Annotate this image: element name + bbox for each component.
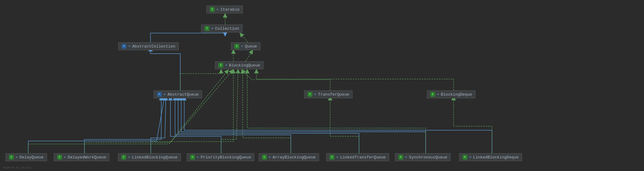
icon-delayedworkqueue: C — [57, 155, 62, 160]
label-collection: Collection — [215, 26, 239, 31]
icon-queue: I — [234, 44, 239, 49]
label-abstractcollection: AbstractCollection — [132, 44, 175, 49]
icon-arrayblockingqueue: C — [262, 155, 267, 160]
icon-abstractcollection: A — [122, 44, 127, 49]
icon-abstractqueue: A — [157, 92, 162, 97]
node-priorityblockingqueue[interactable]: C » PriorityBlockingQueue — [187, 153, 254, 161]
diagram-container: I » Iterable I » Collection A » Abstract… — [0, 0, 644, 171]
label-linkedblockingdeque: LinkedBlockingDeque — [473, 155, 519, 160]
label-delayedworkqueue: DelayedWorkQueue — [68, 155, 106, 160]
node-abstractcollection[interactable]: A » AbstractCollection — [118, 42, 179, 50]
label-linkedtransferqueue: LinkedTransferQueue — [340, 155, 386, 160]
svg-line-8 — [246, 51, 252, 61]
powered-by: Powered by yFiles — [3, 166, 31, 169]
label-iterable: Iterable — [221, 7, 240, 12]
icon-transferqueue: I — [307, 92, 312, 97]
icon-iterable: I — [210, 7, 215, 12]
label-priorityblockingqueue: PriorityBlockingQueue — [201, 155, 251, 160]
icon-linkedtransferqueue: C — [330, 155, 334, 160]
node-queue[interactable]: I » Queue — [231, 42, 260, 50]
node-linkedblockingdeque[interactable]: C » LinkedBlockingDeque — [459, 153, 522, 161]
icon-linkedblockingdeque: C — [463, 155, 467, 160]
label-transferqueue: TransferQueue — [318, 92, 349, 97]
node-delayqueue[interactable]: C » DelayQueue — [6, 153, 47, 161]
icon-collection: I — [205, 26, 209, 31]
label-blockingqueue: BlockingQueue — [229, 63, 260, 68]
node-blockingqueue[interactable]: I » BlockingQueue — [215, 61, 263, 69]
label-arrayblockingqueue: ArrayBlockingQueue — [273, 155, 316, 160]
icon-priorityblockingqueue: C — [190, 155, 195, 160]
svg-line-6 — [241, 34, 248, 42]
label-delayqueue: DelayQueue — [20, 155, 44, 160]
node-delayedworkqueue[interactable]: C » DelayedWorkQueue — [54, 153, 109, 161]
node-arrayblockingqueue[interactable]: C » ArrayBlockingQueue — [259, 153, 319, 161]
node-synchronousqueue[interactable]: C » SynchronousQueue — [395, 153, 451, 161]
icon-synchronousqueue: C — [398, 155, 403, 160]
node-linkedblockingqueue[interactable]: C » LinkedBlockingQueue — [118, 153, 181, 161]
label-queue: Queue — [245, 44, 257, 49]
arrows-svg — [0, 0, 644, 171]
node-iterable[interactable]: I » Iterable — [206, 6, 243, 13]
label-linkedblockingqueue: LinkedBlockingQueue — [132, 155, 178, 160]
label-synchronousqueue: SynchronousQueue — [409, 155, 447, 160]
icon-blockingqueue: I — [218, 63, 223, 68]
node-collection[interactable]: I » Collection — [201, 25, 243, 32]
icon-blockingdeque: I — [430, 92, 435, 97]
icon-delayqueue: C — [9, 155, 14, 160]
icon-linkedblockingqueue: C — [121, 155, 126, 160]
node-transferqueue[interactable]: I » TransferQueue — [304, 90, 353, 98]
node-linkedtransferqueue[interactable]: C » LinkedTransferQueue — [326, 153, 389, 161]
label-abstractqueue: AbstractQueue — [168, 92, 199, 97]
node-abstractqueue[interactable]: A » AbstractQueue — [154, 90, 202, 98]
label-blockingdeque: BlockingDeque — [441, 92, 472, 97]
node-blockingdeque[interactable]: I » BlockingDeque — [427, 90, 475, 98]
